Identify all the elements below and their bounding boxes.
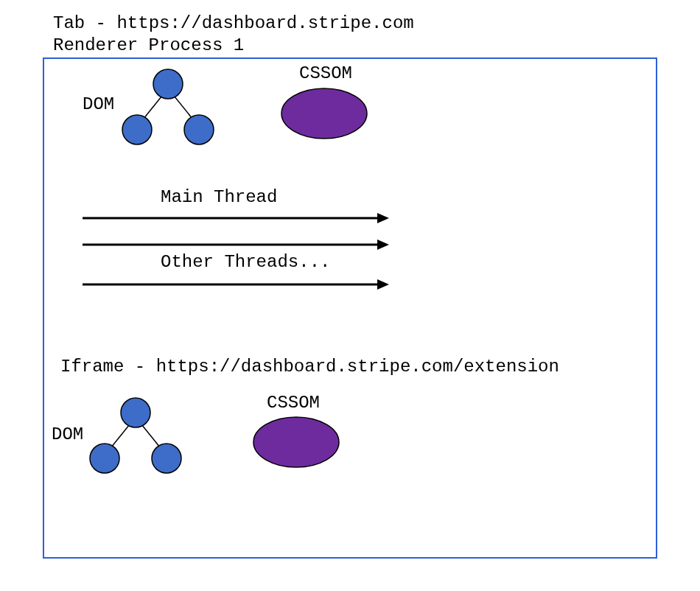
cssom-label-lower: CSSOM [267, 393, 320, 413]
tree-node-icon [121, 398, 150, 427]
thread-arrow-icon [83, 237, 392, 252]
thread-arrow-icon [83, 277, 392, 292]
iframe-prefix: Iframe - [60, 357, 156, 377]
svg-marker-3 [377, 239, 389, 250]
iframe-url-label: Iframe - https://dashboard.stripe.com/ex… [60, 357, 559, 377]
other-threads-label: Other Threads... [161, 252, 330, 272]
renderer-process-label: Renderer Process 1 [53, 35, 244, 55]
cssom-shape-lower [248, 413, 351, 472]
dom-tree-upper [111, 68, 228, 149]
tab-url-label: Tab - https://dashboard.stripe.com [53, 13, 414, 33]
tree-node-icon [184, 115, 214, 144]
main-thread-label: Main Thread [161, 187, 277, 207]
iframe-url: https://dashboard.stripe.com/extension [156, 357, 559, 377]
tree-node-icon [152, 444, 181, 473]
thread-arrow-icon [83, 211, 392, 225]
tree-node-icon [153, 69, 183, 99]
cssom-label-upper: CSSOM [299, 63, 352, 83]
tab-prefix: Tab - [53, 13, 116, 33]
tab-url: https://dashboard.stripe.com [116, 13, 413, 33]
svg-marker-1 [377, 213, 389, 223]
tree-node-icon [90, 444, 119, 473]
tree-node-icon [122, 115, 152, 144]
dom-tree-lower [78, 396, 196, 478]
ellipse-icon [281, 88, 367, 139]
ellipse-icon [253, 417, 339, 467]
cssom-shape-upper [276, 84, 379, 143]
dom-label-upper: DOM [83, 94, 114, 114]
svg-marker-5 [377, 279, 389, 290]
